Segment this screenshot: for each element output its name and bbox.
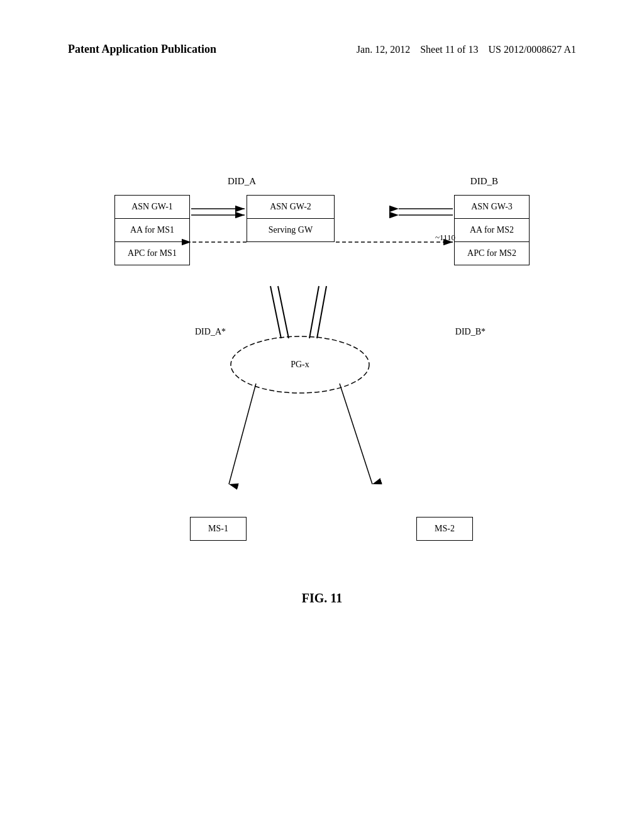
header-title: Patent Application Publication xyxy=(68,43,216,56)
svg-line-12 xyxy=(309,286,319,338)
diagram-container: DID_A DID_B ASN GW-1 AA for MS1 APC for … xyxy=(96,176,548,566)
header-patent: US 2012/0008627 A1 xyxy=(488,44,576,55)
right-box-group: ASN GW-3 AA for MS2 APC for MS2 xyxy=(454,195,530,265)
label-did-a: DID_A xyxy=(228,176,256,187)
header-sheet: Sheet 11 of 13 xyxy=(420,44,478,55)
right-row3: APC for MS2 xyxy=(455,242,529,265)
left-row3: APC for MS1 xyxy=(115,242,189,265)
label-1110: ~1110 xyxy=(435,233,455,243)
header-date: Jan. 12, 2012 xyxy=(357,44,410,55)
svg-line-13 xyxy=(317,286,326,338)
left-row2: AA for MS1 xyxy=(115,219,189,242)
pgx-label: PG-x xyxy=(291,360,309,370)
header-info: Jan. 12, 2012 Sheet 11 of 13 US 2012/000… xyxy=(357,44,576,55)
left-box-group: ASN GW-1 AA for MS1 APC for MS1 xyxy=(114,195,190,265)
center-row2: Serving GW xyxy=(247,219,334,241)
label-did-b-star: DID_B* xyxy=(455,327,486,337)
right-row1: ASN GW-3 xyxy=(455,196,529,219)
right-row2: AA for MS2 xyxy=(455,219,529,242)
svg-line-11 xyxy=(278,286,289,338)
label-did-b: DID_B xyxy=(470,176,498,187)
figure-caption: FIG. 11 xyxy=(302,591,342,606)
ms1-box: MS-1 xyxy=(190,517,247,541)
center-box-group: ASN GW-2 Serving GW xyxy=(247,195,335,242)
pgx-area: PG-x xyxy=(228,336,372,393)
svg-line-15 xyxy=(340,384,372,484)
svg-line-14 xyxy=(229,384,256,484)
center-row1: ASN GW-2 xyxy=(247,196,334,219)
ms2-box: MS-2 xyxy=(416,517,473,541)
label-did-a-star: DID_A* xyxy=(195,327,226,337)
left-row1: ASN GW-1 xyxy=(115,196,189,219)
header: Patent Application Publication Jan. 12, … xyxy=(68,43,576,56)
svg-line-10 xyxy=(270,286,281,338)
